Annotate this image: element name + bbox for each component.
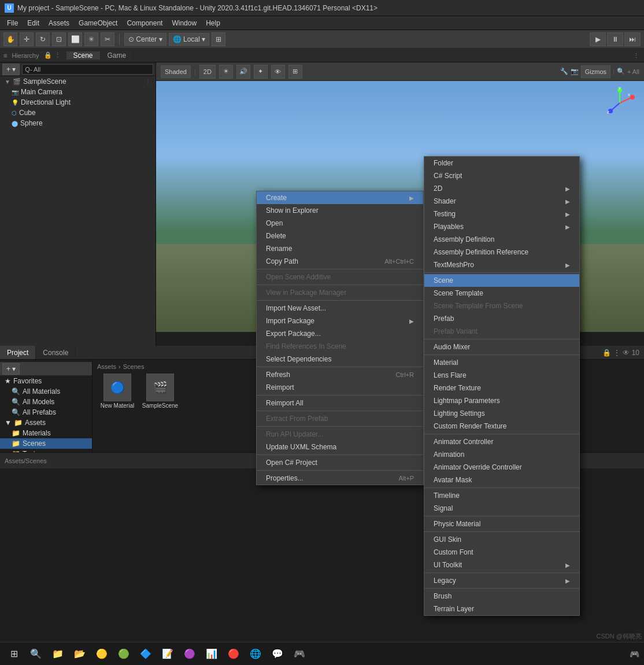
search-btn[interactable]: 🔍 [27,645,45,663]
hierarchy-search[interactable] [22,64,153,75]
taskbar-btn-11[interactable]: 💬 [268,645,287,663]
all-prefabs-item[interactable]: 🔍All Prefabs [0,407,92,418]
textures-folder[interactable]: 📁Textures [0,449,92,452]
taskbar-btn-6[interactable]: 📝 [158,645,177,663]
ctx-create-signal[interactable]: Signal [424,502,579,515]
taskbar-btn-12[interactable]: 🎮 [290,645,309,663]
space-dropdown[interactable]: 🌐 Local ▾ [169,33,209,46]
ctx-create-2d[interactable]: 2D▶ [424,182,579,195]
ctx-create-playables[interactable]: Playables▶ [424,220,579,233]
asset-sample-scene[interactable]: 🎬 SampleScene [140,374,180,409]
project-add-btn[interactable]: + ▾ [2,363,20,375]
fx-toggle[interactable]: ✦ [254,65,268,79]
ctx-create-textmeshpro[interactable]: TextMeshPro▶ [424,258,579,271]
menu-help[interactable]: Help [201,18,225,28]
ctx-create-animator-override[interactable]: Animator Override Controller [424,461,579,474]
tab-scene[interactable]: Scene [66,51,101,60]
ctx-create-shader[interactable]: Shader▶ [424,195,579,208]
file-explorer-btn[interactable]: 📁 [49,645,67,663]
ctx-create-animation[interactable]: Animation [424,448,579,461]
ctx-create-asmdefref[interactable]: Assembly Definition Reference [424,246,579,258]
ctx-import-asset[interactable]: Import New Asset... [257,302,423,315]
grid-btn[interactable]: ⊞ [212,32,225,46]
ctx-select-deps[interactable]: Select Dependencies [257,353,423,365]
ctx-create-folder[interactable]: Folder [424,157,579,169]
light-toggle[interactable]: ☀ [219,65,233,79]
ctx-create-prefab[interactable]: Prefab [424,312,579,325]
ctx-create-render-texture[interactable]: Render Texture [424,382,579,394]
ctx-properties[interactable]: Properties... Alt+P [257,472,423,485]
tab-game[interactable]: Game [101,51,134,60]
taskbar-btn-5[interactable]: 🔷 [136,645,155,663]
ctx-create-audio-mixer[interactable]: Audio Mixer [424,341,579,353]
ctx-update-uxml[interactable]: Update UXML Schema [257,441,423,453]
hierarchy-item-sphere[interactable]: ⬤ Sphere [0,118,156,128]
ctx-create-terrain-layer[interactable]: Terrain Layer [424,603,579,615]
move-tool[interactable]: ✛ [20,32,34,46]
gizmos-dropdown[interactable]: Gizmos [581,65,610,78]
visibility-toggle[interactable]: 👁 [271,65,285,79]
rotate-tool[interactable]: ↻ [36,32,50,46]
play-button[interactable]: ▶ [590,32,606,46]
shading-dropdown[interactable]: Shaded [161,65,191,78]
ctx-refresh[interactable]: Refresh Ctrl+R [257,368,423,381]
ctx-import-package[interactable]: Import Package ▶ [257,315,423,327]
asset-new-material[interactable]: 🔵 New Material [97,374,138,409]
scenes-folder[interactable]: 📁Scenes [0,438,92,449]
ctx-create-avatar-mask[interactable]: Avatar Mask [424,474,579,486]
steam-icon[interactable]: 🎮 [630,649,639,659]
ctx-create-custom-font[interactable]: Custom Font [424,546,579,559]
ctx-create-custom-render-texture[interactable]: Custom Render Texture [424,420,579,433]
ctx-create-lightmap-params[interactable]: Lightmap Parameters [424,394,579,407]
ctx-create-scene-template[interactable]: Scene Template [424,287,579,300]
taskbar-btn-2[interactable]: 📂 [71,645,89,663]
ctx-create-testing[interactable]: Testing▶ [424,208,579,220]
materials-folder[interactable]: 📁Materials [0,428,92,438]
menu-edit[interactable]: Edit [23,18,44,28]
menu-gameobject[interactable]: GameObject [74,18,122,28]
assets-folder[interactable]: ▼📁Assets [0,418,92,428]
pause-button[interactable]: ⏸ [607,32,623,46]
step-button[interactable]: ⏭ [624,32,641,46]
taskbar-btn-8[interactable]: 📊 [202,645,221,663]
ctx-reimport[interactable]: Reimport [257,381,423,394]
hand-tool[interactable]: ✋ [3,32,17,46]
rect-tool[interactable]: ⬜ [68,32,82,46]
taskbar-btn-10[interactable]: 🌐 [246,645,265,663]
ctx-export-package[interactable]: Export Package... [257,327,423,340]
audio-toggle[interactable]: 🔊 [236,65,250,79]
ctx-create-asmdef[interactable]: Assembly Definition [424,233,579,246]
ctx-create-brush[interactable]: Brush [424,590,579,603]
start-button[interactable]: ⊞ [5,645,23,663]
ctx-create-lens-flare[interactable]: Lens Flare [424,369,579,382]
scale-tool[interactable]: ⊡ [52,32,66,46]
ctx-create-lighting-settings[interactable]: Lighting Settings [424,407,579,420]
menu-component[interactable]: Component [122,18,167,28]
ctx-open-csharp[interactable]: Open C# Project [257,456,423,469]
all-materials-item[interactable]: 🔍All Materials [0,386,92,397]
hierarchy-item-cube[interactable]: ⬡ Cube [0,108,156,118]
ctx-create-material[interactable]: Material [424,356,579,369]
taskbar-btn-7[interactable]: 🟣 [180,645,199,663]
more-options-icon[interactable]: ⋮ [613,349,620,357]
custom-tool[interactable]: ✂ [101,32,114,46]
menu-assets[interactable]: Assets [44,18,74,28]
tab-console[interactable]: Console [36,346,76,359]
ctx-copy-path[interactable]: Copy Path Alt+Ctrl+C [257,255,423,268]
taskbar-btn-9[interactable]: 🔴 [224,645,243,663]
taskbar-btn-3[interactable]: 🟡 [92,645,111,663]
ctx-create-ui-toolkit[interactable]: UI Toolkit▶ [424,559,579,571]
menu-file[interactable]: File [2,18,23,28]
pivot-dropdown[interactable]: ⊙ Center ▾ [124,33,166,46]
ctx-create[interactable]: Create ▶ [257,191,423,204]
ctx-reimport-all[interactable]: Reimport All [257,397,423,409]
ctx-create-animator-controller[interactable]: Animator Controller [424,435,579,448]
tab-project[interactable]: Project [0,346,36,359]
ctx-open[interactable]: Open [257,217,423,230]
grid-toggle[interactable]: ⊞ [288,65,302,79]
hierarchy-add-btn[interactable]: + ▾ [2,64,20,75]
taskbar-btn-4[interactable]: 🟢 [114,645,133,663]
ctx-delete[interactable]: Delete [257,230,423,242]
scene-root-item[interactable]: ▼ 🎬 SampleScene ⋮ [0,76,156,87]
ctx-create-physic-material[interactable]: Physic Material [424,518,579,530]
